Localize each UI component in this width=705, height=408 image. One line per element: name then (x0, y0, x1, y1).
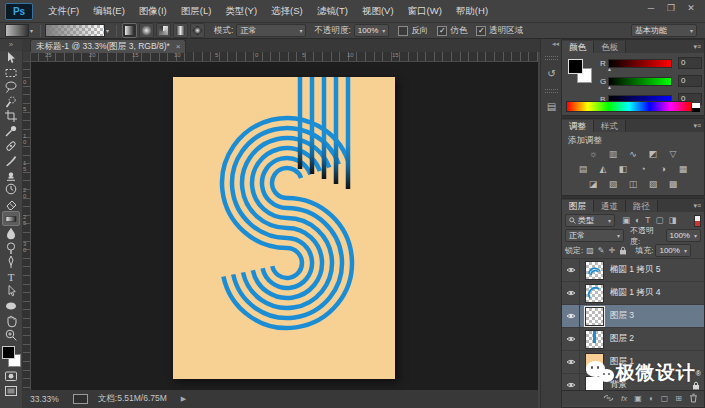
layer-opacity-select[interactable]: 100%▾ (666, 229, 701, 242)
tool-crop[interactable] (2, 109, 20, 124)
tool-history-brush[interactable] (2, 182, 20, 197)
blend-mode-select[interactable]: 正常▾ (236, 24, 306, 37)
panel-menu-icon[interactable]: ▾≡ (693, 202, 701, 210)
visibility-toggle[interactable] (562, 328, 580, 350)
tool-zoom[interactable] (2, 328, 20, 343)
screen-mode-button[interactable] (2, 383, 20, 398)
layer-style-button[interactable]: fx (621, 394, 627, 403)
new-layer-icon[interactable]: ⊞ (675, 394, 682, 403)
angle-gradient-button[interactable] (156, 23, 171, 38)
tool-brush[interactable] (2, 153, 20, 168)
layer-row-ellipse-copy-4[interactable]: 椭圆 1 拷贝 4 (562, 282, 704, 305)
transparency-checkbox[interactable]: ✓透明区域 (476, 25, 523, 37)
visibility-toggle[interactable] (562, 305, 580, 327)
panel-menu-icon[interactable]: ▾≡ (693, 122, 701, 130)
panel-menu-icon[interactable]: ▾≡ (693, 43, 701, 51)
adjustment-icon-color-lookup[interactable]: ▦ (676, 163, 691, 176)
visibility-toggle[interactable] (562, 351, 580, 373)
quick-mask-button[interactable] (2, 369, 20, 384)
filter-pixel-layers-icon[interactable]: ▣ (622, 214, 630, 227)
tool-lasso[interactable] (2, 80, 20, 95)
adjustment-icon-invert[interactable]: ◪ (586, 178, 601, 191)
menu-help[interactable]: 帮助(H) (449, 0, 495, 22)
red-slider[interactable]: ▲ (608, 59, 672, 68)
menu-filter[interactable]: 滤镜(T) (310, 0, 355, 22)
document-canvas[interactable] (173, 77, 395, 379)
maximize-button[interactable]: ❐ (661, 2, 681, 15)
lock-transparent-pixels-icon[interactable]: ▨ (586, 246, 594, 255)
tool-marquee[interactable] (2, 66, 20, 81)
tool-preset-caret-icon[interactable]: ▾ (30, 27, 33, 34)
tab-layers[interactable]: 图层 (562, 200, 594, 212)
tool-move[interactable] (2, 51, 20, 66)
spectrum-bw-ends[interactable] (692, 103, 700, 112)
filter-type-layers-icon[interactable]: T (645, 214, 650, 227)
reflected-gradient-button[interactable] (173, 23, 188, 38)
lock-position-icon[interactable]: ✛ (609, 246, 616, 255)
tool-quick-selection[interactable] (2, 95, 20, 110)
lock-image-pixels-icon[interactable]: ✎ (598, 246, 605, 255)
visibility-toggle[interactable] (562, 259, 580, 281)
adjustment-icon-vibrance[interactable]: ▽ (666, 148, 681, 161)
delete-layer-icon[interactable] (689, 393, 698, 403)
layer-thumbnail[interactable] (585, 284, 604, 303)
tool-eraser[interactable] (2, 196, 20, 211)
document-tab[interactable]: 未标题-1 @ 33.3%(图层 3, RGB/8)* × (30, 39, 186, 53)
layer-name[interactable]: 椭圆 1 拷贝 5 (610, 264, 661, 276)
foreground-color-swatch[interactable] (2, 346, 15, 359)
adjustment-icon-hue-saturation[interactable]: ▤ (576, 163, 591, 176)
menu-image[interactable]: 图像(I) (132, 0, 174, 22)
menu-window[interactable]: 窗口(W) (401, 0, 449, 22)
tool-dodge[interactable] (2, 241, 20, 256)
layer-row-layer-2[interactable]: 图层 2 (562, 328, 704, 351)
link-layers-icon[interactable] (603, 394, 614, 402)
adjustment-icon-selective-color[interactable]: ▨ (646, 178, 661, 191)
adjustment-icon-color-balance[interactable]: ◭ (596, 163, 611, 176)
menu-view[interactable]: 视图(V) (355, 0, 401, 22)
close-button[interactable]: ✕ (681, 2, 701, 15)
tool-hand[interactable] (2, 313, 20, 328)
properties-panel-icon[interactable]: ▤ (544, 99, 559, 114)
layer-row-layer-3-selected[interactable]: 图层 3 (562, 305, 704, 328)
menu-edit[interactable]: 编辑(E) (86, 0, 132, 22)
color-spectrum-bar[interactable] (566, 101, 692, 112)
tab-paths[interactable]: 路径 (626, 200, 658, 212)
menu-select[interactable]: 选择(S) (264, 0, 310, 22)
adjustment-icon-black-white[interactable]: ◧ (616, 163, 631, 176)
tool-preset-icon[interactable] (5, 24, 29, 37)
status-options-arrow-icon[interactable]: ▶ (181, 395, 186, 403)
tool-pen[interactable] (2, 255, 20, 270)
menu-layer[interactable]: 图层(L) (174, 0, 219, 22)
layer-name[interactable]: 图层 2 (610, 333, 634, 345)
tab-close-icon[interactable]: × (176, 42, 181, 51)
tool-path-selection[interactable] (2, 284, 20, 299)
tab-swatches[interactable]: 色板 (594, 41, 626, 53)
tool-clone-stamp[interactable] (2, 167, 20, 182)
gradient-picker-caret-icon[interactable]: ▾ (106, 27, 109, 34)
adjustment-icon-photo-filter[interactable]: ◔ (636, 163, 651, 176)
tool-eyedropper[interactable] (2, 124, 20, 139)
tool-blur[interactable] (2, 226, 20, 241)
expand-panels-chevron[interactable]: ◂◂ (541, 39, 562, 48)
new-group-icon[interactable]: ▢ (661, 394, 669, 403)
add-layer-mask-icon[interactable]: ▣ (634, 394, 642, 403)
gradient-preview[interactable] (45, 24, 105, 37)
dock-grip[interactable] (545, 56, 558, 60)
layer-thumbnail[interactable] (585, 330, 604, 349)
adjustment-icon-curves[interactable]: ∿ (626, 148, 641, 161)
adjustment-icon-threshold[interactable]: ◫ (626, 178, 641, 191)
layer-name[interactable]: 图层 3 (610, 310, 634, 322)
vertical-ruler[interactable]: 0 5 10 15 20 25 30 (22, 61, 31, 390)
tab-styles[interactable]: 样式 (594, 120, 626, 132)
adjustment-icon-channel-mixer[interactable]: ◑ (656, 163, 671, 176)
layer-name[interactable]: 椭圆 1 拷贝 4 (610, 287, 661, 299)
adjustment-icon-posterize[interactable]: ▧ (606, 178, 621, 191)
workspace-select[interactable]: 基本功能▾ (631, 24, 697, 37)
history-panel-icon[interactable]: ↺ (544, 66, 559, 81)
red-value-field[interactable]: 0 (678, 57, 702, 69)
menu-type[interactable]: 类型(Y) (218, 0, 264, 22)
panel-color-swatches[interactable] (568, 59, 592, 83)
zoom-level-field[interactable]: 33.33% (30, 394, 59, 404)
layer-fill-select[interactable]: 100%▾ (655, 244, 690, 257)
radial-gradient-button[interactable] (139, 23, 154, 38)
